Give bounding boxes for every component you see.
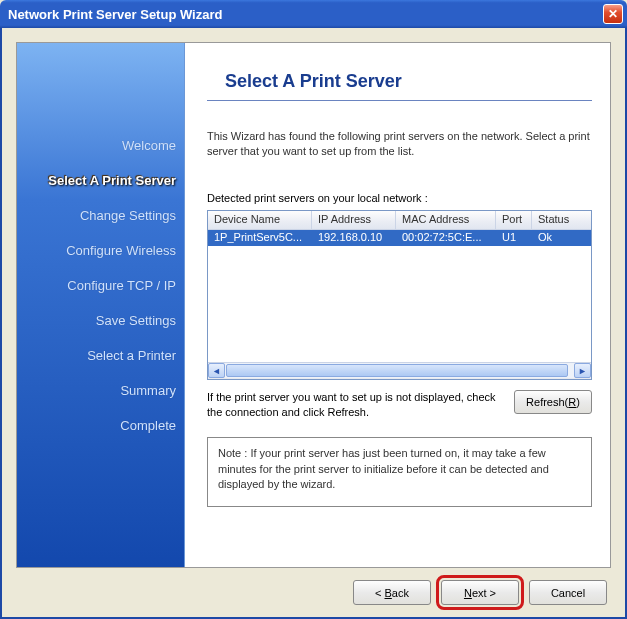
refresh-label-tail: ) [576, 396, 580, 408]
helper-text: If the print server you want to set up i… [207, 390, 504, 420]
cell-ip-address: 192.168.0.10 [312, 230, 396, 246]
content-area: Select A Print Server This Wizard has fo… [185, 43, 610, 567]
back-button[interactable]: < Back [353, 580, 431, 605]
scroll-thumb[interactable] [226, 364, 568, 377]
dialog-frame: Welcome Select A Print Server Change Set… [0, 28, 627, 619]
refresh-label-prefix: Refresh( [526, 396, 568, 408]
sidebar-item-complete[interactable]: Complete [120, 418, 176, 433]
table-body: 1P_PrintServ5C... 192.168.0.10 00:02:72:… [208, 230, 591, 362]
inner-panel: Welcome Select A Print Server Change Set… [16, 42, 611, 568]
table-header: Device Name IP Address MAC Address Port … [208, 211, 591, 230]
cell-port: U1 [496, 230, 532, 246]
col-port[interactable]: Port [496, 211, 532, 229]
sidebar: Welcome Select A Print Server Change Set… [17, 43, 185, 567]
close-icon: ✕ [608, 7, 618, 21]
sidebar-item-select-print-server[interactable]: Select A Print Server [48, 173, 176, 188]
detected-label: Detected print servers on your local net… [207, 192, 592, 204]
intro-text: This Wizard has found the following prin… [207, 129, 592, 160]
chevron-left-icon: ◄ [212, 366, 221, 376]
window-title: Network Print Server Setup Wizard [8, 7, 222, 22]
print-server-table[interactable]: Device Name IP Address MAC Address Port … [207, 210, 592, 380]
note-box: Note : If your print server has just bee… [207, 437, 592, 507]
cell-status: Ok [532, 230, 591, 246]
titlebar: Network Print Server Setup Wizard ✕ [0, 0, 627, 28]
sidebar-item-save-settings[interactable]: Save Settings [96, 313, 176, 328]
next-accel: N [464, 587, 472, 599]
sidebar-item-welcome[interactable]: Welcome [122, 138, 176, 153]
sidebar-item-configure-wireless[interactable]: Configure Wireless [66, 243, 176, 258]
sidebar-item-summary[interactable]: Summary [120, 383, 176, 398]
sidebar-item-configure-tcpip[interactable]: Configure TCP / IP [67, 278, 176, 293]
page-title: Select A Print Server [207, 71, 592, 101]
col-device-name[interactable]: Device Name [208, 211, 312, 229]
scroll-left-button[interactable]: ◄ [208, 363, 225, 378]
below-table-row: If the print server you want to set up i… [207, 390, 592, 420]
scroll-right-button[interactable]: ► [574, 363, 591, 378]
horizontal-scrollbar[interactable]: ◄ ► [208, 362, 591, 379]
col-mac-address[interactable]: MAC Address [396, 211, 496, 229]
sidebar-item-change-settings[interactable]: Change Settings [80, 208, 176, 223]
scroll-track[interactable] [225, 363, 574, 378]
back-suffix: ack [392, 587, 409, 599]
back-accel: B [385, 587, 392, 599]
next-button[interactable]: Next > [441, 580, 519, 605]
col-ip-address[interactable]: IP Address [312, 211, 396, 229]
cell-mac-address: 00:02:72:5C:E... [396, 230, 496, 246]
next-suffix: ext > [472, 587, 496, 599]
chevron-right-icon: ► [578, 366, 587, 376]
sidebar-item-select-printer[interactable]: Select a Printer [87, 348, 176, 363]
col-status[interactable]: Status [532, 211, 591, 229]
wizard-buttons: < Back Next > Cancel [353, 580, 607, 605]
refresh-button[interactable]: Refresh(R) [514, 390, 592, 414]
cancel-button[interactable]: Cancel [529, 580, 607, 605]
cell-device-name: 1P_PrintServ5C... [208, 230, 312, 246]
back-prefix: < [375, 587, 384, 599]
table-row[interactable]: 1P_PrintServ5C... 192.168.0.10 00:02:72:… [208, 230, 591, 246]
close-button[interactable]: ✕ [603, 4, 623, 24]
